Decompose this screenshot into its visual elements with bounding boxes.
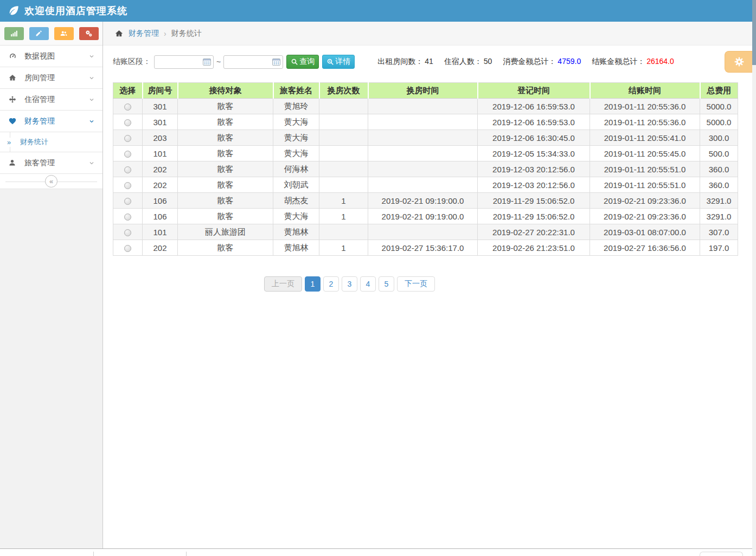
- table-cell: 散客: [178, 209, 273, 224]
- users-shortcut-button[interactable]: [54, 27, 74, 40]
- sidebar-collapse-button[interactable]: «: [45, 175, 57, 188]
- table-cell: 3291.0: [700, 193, 738, 209]
- stats-bar: 出租房间数：41住宿人数：50消费金额总计：4759.0结账金额总计：26164…: [377, 57, 674, 67]
- search-plus-icon: [326, 58, 334, 66]
- breadcrumb-section-link[interactable]: 财务管理: [129, 29, 159, 38]
- chevron-down-icon: [88, 160, 95, 166]
- select-cell: [113, 177, 143, 193]
- row-select-radio[interactable]: [124, 214, 131, 221]
- table-cell: 2019-01-11 20:55:45.0: [590, 146, 700, 161]
- row-select-radio[interactable]: [124, 229, 131, 236]
- end-date-input[interactable]: [223, 55, 283, 69]
- sidebar-item-room-management[interactable]: 房间管理: [0, 67, 102, 89]
- app-title: 欢迎使用酒店管理系统: [24, 4, 127, 17]
- table-cell: [319, 161, 368, 177]
- table-cell: 1: [319, 240, 368, 256]
- sidebar-item-lodging-management[interactable]: 住宿管理: [0, 89, 102, 111]
- table-cell: 黄旭林: [273, 240, 319, 256]
- chevron-down-icon: [88, 96, 95, 103]
- table-cell: 2019-12-03 20:12:56.0: [478, 177, 590, 193]
- main-area: 财务管理 › 财务统计 结账区段： ~: [103, 22, 756, 548]
- table-cell: 202: [143, 177, 178, 193]
- table-cell: 黄大海: [273, 209, 319, 224]
- row-select-radio[interactable]: [124, 182, 131, 189]
- detail-button[interactable]: 详情: [322, 55, 355, 69]
- table-cell: 黄旭林: [273, 224, 319, 240]
- finance-table-body: 301散客黄旭玲2019-12-06 16:59:53.02019-01-11 …: [113, 99, 738, 256]
- table-cell: 2019-12-05 15:34:33.0: [478, 146, 590, 161]
- stat-item: 消费金额总计：4759.0: [503, 57, 581, 67]
- settings-gear-button[interactable]: [725, 51, 753, 73]
- sidebar-item-label: 数据视图: [24, 51, 55, 61]
- table-row: 101散客黄大海2019-12-05 15:34:33.02019-01-11 …: [113, 146, 738, 161]
- vertical-scrollbar[interactable]: [752, 0, 756, 556]
- chevron-down-icon: [88, 75, 95, 81]
- gears-shortcut-button[interactable]: [79, 27, 99, 40]
- row-select-radio[interactable]: [124, 166, 131, 173]
- sidebar-subitem-label: 财务统计: [20, 137, 48, 147]
- footer-strip: [0, 548, 756, 556]
- scrollbar-thumb[interactable]: [752, 0, 756, 65]
- table-row: 106散客黄大海12019-02-21 09:19:00.02019-11-29…: [113, 209, 738, 224]
- sidebar-item-finance-management[interactable]: 财务管理: [0, 111, 102, 132]
- start-date-input[interactable]: [154, 55, 214, 69]
- table-cell: 5000.0: [700, 114, 738, 130]
- table-cell: 黄旭玲: [273, 99, 319, 114]
- row-select-radio[interactable]: [124, 198, 131, 205]
- user-icon: [8, 159, 19, 167]
- page-button-3[interactable]: 3: [342, 276, 357, 292]
- select-cell: [113, 161, 143, 177]
- page-button-2[interactable]: 2: [323, 276, 339, 292]
- stat-item: 出租房间数：41: [377, 57, 433, 67]
- table-cell: 360.0: [700, 161, 738, 177]
- home-icon: [8, 74, 19, 82]
- sidebar-item-guest-management[interactable]: 旅客管理: [0, 152, 102, 174]
- search-button[interactable]: 查询: [286, 55, 319, 69]
- pencil-shortcut-button[interactable]: [29, 27, 49, 40]
- row-select-radio[interactable]: [124, 104, 131, 111]
- column-header: 结账时间: [590, 83, 700, 99]
- table-cell: [319, 130, 368, 146]
- table-row: 203散客黄大海2019-12-06 16:30:45.02019-01-11 …: [113, 130, 738, 146]
- table-cell: 2019-02-27 16:36:56.0: [590, 240, 700, 256]
- table-cell: 2019-12-06 16:30:45.0: [478, 130, 590, 146]
- page-button-5[interactable]: 5: [379, 276, 394, 292]
- content-area: 结账区段： ~ 查询: [103, 46, 756, 548]
- date-range-label: 结账区段：: [113, 57, 151, 67]
- table-cell: 2019-02-26 21:23:51.0: [478, 240, 590, 256]
- table-cell: [319, 99, 368, 114]
- stat-label: 住宿人数：: [444, 57, 482, 66]
- sidebar-item-label: 房间管理: [24, 73, 55, 83]
- table-cell: 2019-03-01 08:07:00.0: [590, 224, 700, 240]
- next-page-button[interactable]: 下一页: [397, 276, 435, 292]
- footer-divider: [186, 552, 187, 556]
- table-row: 301散客黄旭玲2019-12-06 16:59:53.02019-01-11 …: [113, 99, 738, 114]
- search-button-label: 查询: [299, 57, 315, 67]
- stat-item: 住宿人数：50: [444, 57, 492, 67]
- sidebar-item-label: 住宿管理: [24, 95, 55, 105]
- table-cell: 黄大海: [273, 146, 319, 161]
- table-cell: 散客: [178, 240, 273, 256]
- row-select-radio[interactable]: [124, 135, 131, 142]
- sidebar-item-data-view[interactable]: 数据视图: [0, 46, 102, 67]
- gear-icon: [734, 56, 745, 67]
- table-cell: 300.0: [700, 130, 738, 146]
- chevron-down-icon: [88, 53, 95, 60]
- select-cell: [113, 130, 143, 146]
- table-cell: [368, 130, 478, 146]
- row-select-radio[interactable]: [124, 119, 131, 126]
- row-select-radio[interactable]: [124, 151, 131, 158]
- sidebar-subitem-finance-statistics[interactable]: » 财务统计: [0, 132, 102, 152]
- table-cell: 5000.0: [700, 99, 738, 114]
- table-cell: 黄大海: [273, 114, 319, 130]
- table-cell: 1: [319, 193, 368, 209]
- table-cell: [368, 146, 478, 161]
- page-button-1[interactable]: 1: [305, 276, 321, 292]
- table-cell: 散客: [178, 146, 273, 161]
- bar-chart-shortcut-button[interactable]: [4, 27, 24, 40]
- page-button-4[interactable]: 4: [360, 276, 376, 292]
- prev-page-button[interactable]: 上一页: [264, 276, 302, 292]
- table-cell: 2019-11-29 15:06:52.0: [478, 193, 590, 209]
- table-cell: 2019-01-11 20:55:51.0: [590, 177, 700, 193]
- row-select-radio[interactable]: [124, 245, 131, 252]
